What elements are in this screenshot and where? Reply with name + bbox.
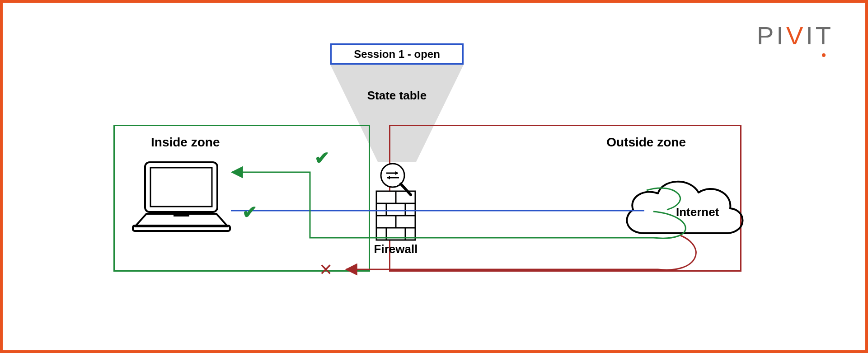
- outside-zone-title: Outside zone: [606, 135, 686, 150]
- inside-zone-box: Inside zone: [113, 125, 370, 272]
- svg-rect-5: [174, 214, 189, 217]
- svg-rect-1: [145, 162, 217, 212]
- xmark-blocked-icon: ✕: [319, 260, 333, 279]
- session-box: Session 1 - open: [330, 43, 464, 65]
- brand-logo: PIVIT: [757, 21, 834, 50]
- inside-zone-title: Inside zone: [151, 135, 220, 150]
- checkmark-return-icon: ✔: [314, 147, 330, 168]
- svg-rect-2: [150, 168, 212, 207]
- svg-rect-4: [133, 226, 230, 231]
- logo-part1: PI: [757, 21, 786, 50]
- state-table-label: State table: [330, 89, 464, 103]
- diagram-frame: PIVIT Session 1 - open State table Insid…: [0, 0, 868, 353]
- logo-part2: V: [786, 21, 806, 50]
- firewall-label: Firewall: [351, 242, 441, 256]
- firewall-icon: [375, 160, 416, 241]
- checkmark-outbound-icon: ✔: [242, 202, 258, 222]
- cloud-label: Internet: [676, 205, 719, 219]
- laptop-icon: [131, 159, 232, 235]
- logo-dot-icon: [822, 53, 826, 57]
- logo-part3: IT: [806, 21, 834, 50]
